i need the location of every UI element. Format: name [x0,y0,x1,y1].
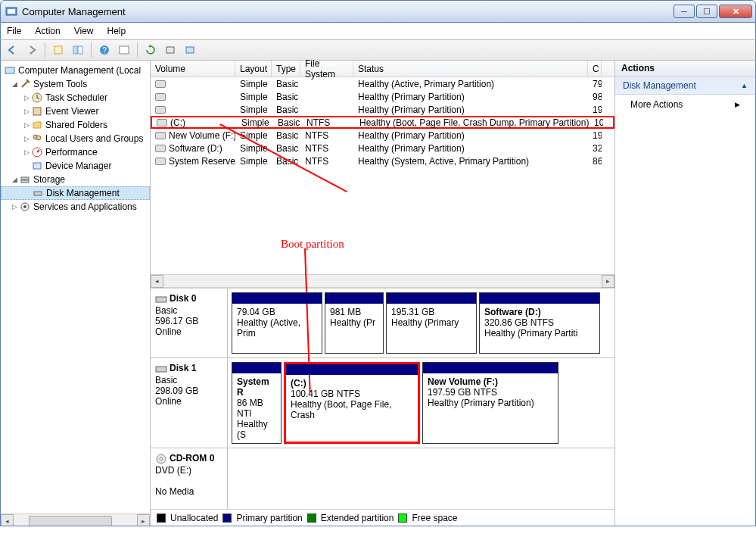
help-button[interactable]: ? [96,42,113,58]
tree-storage[interactable]: ◢ Storage [1,173,150,186]
svg-rect-4 [78,46,82,54]
col-capacity[interactable]: C [588,61,602,76]
disk-info[interactable]: CD-ROM 0DVD (E:)No Media [151,448,228,509]
tree-shared-folders[interactable]: ▷ Shared Folders [1,118,150,132]
disk-block: CD-ROM 0DVD (E:)No Media [151,448,614,509]
svg-rect-17 [21,177,29,179]
partition[interactable]: 79.04 GBHealthy (Active, Prim [232,292,322,354]
storage-icon [19,173,31,186]
svg-rect-23 [156,367,166,372]
volumes-scrollbar[interactable]: ◂ ▸ [151,274,614,288]
partition[interactable]: 981 MBHealthy (Pr [325,292,384,354]
volume-row[interactable]: SimpleBasicHealthy (Active, Primary Part… [151,77,614,90]
tree-local-users[interactable]: ▷ Local Users and Groups [1,132,150,145]
volume-row[interactable]: SimpleBasicHealthy (Primary Partition)98 [151,90,614,103]
device-icon [31,160,43,172]
collapse-icon: ▲ [741,82,748,89]
legend: Unallocated Primary partition Extended p… [151,509,614,526]
svg-rect-1 [8,9,15,14]
maximize-button[interactable]: ☐ [696,5,717,18]
svg-rect-8 [166,47,174,53]
chevron-right-icon: ▶ [735,101,740,108]
refresh-button[interactable] [142,42,159,58]
partition[interactable]: 195.31 GBHealthy (Primary [386,292,477,354]
actions-section[interactable]: Disk Management ▲ [615,77,755,95]
partition[interactable]: Software (D:)320.86 GB NTFSHealthy (Prim… [479,292,600,354]
menu-help[interactable]: Help [107,26,126,36]
menu-action[interactable]: Action [35,26,60,36]
tree-task-scheduler[interactable]: ▷ Task Scheduler [1,91,150,105]
menu-view[interactable]: View [74,26,94,36]
partition[interactable]: New Volume (F:)197.59 GB NTFSHealthy (Pr… [422,362,558,444]
tree-event-viewer[interactable]: ▷ Event Viewer [1,105,150,118]
volumes-header: Volume Layout Type File System Status C [151,61,614,77]
disk-info[interactable]: Disk 0Basic596.17 GBOnline [151,289,228,357]
disk-block: Disk 0Basic596.17 GBOnline79.04 GBHealth… [151,289,614,358]
back-button[interactable] [4,42,20,58]
actions-more[interactable]: More Actions ▶ [615,95,755,114]
tree-system-tools[interactable]: ◢ System Tools [1,77,150,91]
volume-row[interactable]: SimpleBasicHealthy (Primary Partition)19 [151,103,614,116]
tree-disk-management[interactable]: Disk Management [1,186,150,200]
svg-rect-12 [33,108,41,115]
menu-file[interactable]: File [7,26,21,36]
tree-services-apps[interactable]: ▷ Services and Applications [1,200,150,214]
app-icon [5,5,17,17]
close-button[interactable]: ✕ [719,5,752,18]
volumes-list[interactable]: SimpleBasicHealthy (Active, Primary Part… [151,77,614,274]
disk-info[interactable]: Disk 1Basic298.09 GBOnline [151,358,228,448]
volume-row[interactable]: System ReservedSimpleBasicNTFSHealthy (S… [151,155,614,167]
col-type[interactable]: Type [272,61,300,76]
partition[interactable]: (C:)100.41 GB NTFSHealthy (Boot, Page Fi… [284,362,420,444]
up-button[interactable] [50,42,67,58]
toolbar-icon-2[interactable] [162,42,179,58]
col-filesystem[interactable]: File System [300,61,353,76]
svg-rect-16 [33,163,41,169]
actions-pane: Actions Disk Management ▲ More Actions ▶ [614,61,755,526]
tree-pane: Computer Management (Local ◢ System Tool… [1,61,151,526]
svg-rect-2 [54,46,62,54]
tree-device-manager[interactable]: Device Manager [1,159,150,173]
computer-icon [4,64,16,76]
partition[interactable]: System R86 MB NTIHealthy (S [232,362,282,444]
volume-row[interactable]: (C:)SimpleBasicNTFSHealthy (Boot, Page F… [151,116,614,129]
col-volume[interactable]: Volume [151,61,235,76]
tree-performance[interactable]: ▷ Performance [1,145,150,159]
col-layout[interactable]: Layout [235,61,272,76]
svg-rect-3 [73,46,77,54]
disk-partitions: System R86 MB NTIHealthy (S(C:)100.41 GB… [228,358,614,448]
disk-partitions [228,448,614,509]
forward-button[interactable] [23,42,40,58]
disk-block: Disk 1Basic298.09 GBOnlineSystem R86 MB … [151,358,614,448]
volume-row[interactable]: New Volume (F:)SimpleBasicNTFSHealthy (P… [151,129,614,142]
actions-title: Actions [615,61,755,77]
window-title: Computer Management [22,6,674,17]
swatch-free [398,513,407,523]
swatch-primary [222,513,232,523]
svg-rect-18 [21,180,29,183]
disk-layout-pane[interactable]: Disk 0Basic596.17 GBOnline79.04 GBHealth… [151,288,614,509]
disk-partitions: 79.04 GBHealthy (Active, Prim981 MBHealt… [228,289,614,357]
svg-rect-10 [5,67,14,73]
tree-root[interactable]: Computer Management (Local [1,64,150,77]
swatch-unallocated [157,513,166,523]
folder-icon [31,119,43,131]
svg-rect-7 [120,46,129,54]
svg-rect-9 [186,47,194,53]
minimize-button[interactable]: ─ [674,5,695,18]
show-hide-tree-button[interactable] [70,42,86,58]
svg-point-25 [160,457,163,460]
disk-icon [32,187,44,199]
volume-row[interactable]: Software (D:)SimpleBasicNTFSHealthy (Pri… [151,142,614,155]
tree-scrollbar[interactable]: ◂ ▸ [1,513,150,526]
col-status[interactable]: Status [353,61,588,76]
svg-point-14 [36,136,41,140]
toolbar-icon-1[interactable] [116,42,132,58]
toolbar-icon-3[interactable] [182,42,198,58]
toolbar: ? [0,39,756,61]
center-pane: Volume Layout Type File System Status C … [151,61,614,526]
swatch-extended [307,513,316,523]
services-icon [19,201,31,213]
titlebar: Computer Management ─ ☐ ✕ [0,0,756,23]
menubar: File Action View Help [0,23,756,39]
